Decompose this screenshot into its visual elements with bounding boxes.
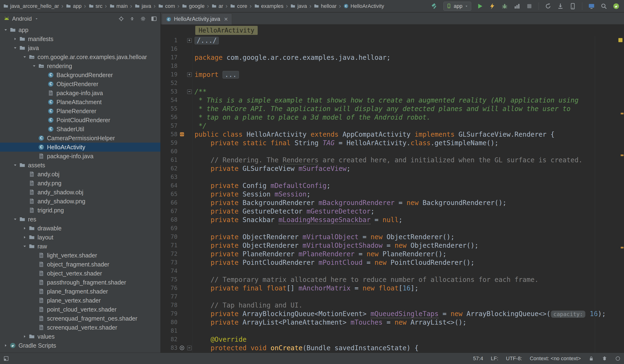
code-line-55[interactable]: 55 * the ARCore API. The application wil… bbox=[161, 104, 624, 113]
code-line-71[interactable]: 71 private ObjectRenderer mVirtualObject… bbox=[161, 241, 624, 250]
override-marker-icon[interactable] bbox=[179, 345, 185, 351]
code-line-63[interactable]: 63 bbox=[161, 173, 624, 181]
tree-item-shaderutil[interactable]: CShaderUtil bbox=[0, 125, 160, 134]
tree-item-plane-vertex-shader[interactable]: plane_vertex.shader bbox=[0, 296, 160, 305]
breadcrumb-item-com[interactable]: com bbox=[157, 3, 176, 10]
tree-item-plane-fragment-shader[interactable]: plane_fragment.shader bbox=[0, 287, 160, 296]
tree-item-com-google-ar-core-examples-java-helloar[interactable]: com.google.ar.core.examples.java.helloar bbox=[0, 52, 160, 61]
chevron-right-icon[interactable] bbox=[2, 342, 9, 349]
code-line-62[interactable]: 62 private GLSurfaceView mSurfaceView; bbox=[161, 164, 624, 173]
code-line-52[interactable]: 52 bbox=[161, 79, 624, 87]
collapse-all-icon[interactable] bbox=[129, 16, 135, 22]
code-editor[interactable]: 1+/.../1617package com.google.ar.core.ex… bbox=[161, 36, 624, 353]
tree-item-planerenderer[interactable]: CPlaneRenderer bbox=[0, 106, 160, 116]
tree-item-layout[interactable]: layout bbox=[0, 233, 160, 242]
fold-toggle-icon[interactable]: + bbox=[187, 72, 192, 77]
code-line-80[interactable]: 80 private ArrayList<PlaneAttachment> mT… bbox=[161, 318, 624, 327]
tree-item-manifests[interactable]: manifests bbox=[0, 34, 160, 43]
code-line-79[interactable]: 79 private ArrayBlockingQueue<MotionEven… bbox=[161, 310, 624, 318]
code-line-1[interactable]: 1+/.../ bbox=[161, 36, 624, 45]
caret-position[interactable]: 57:4 bbox=[473, 356, 483, 362]
chevron-down-icon[interactable] bbox=[21, 242, 28, 250]
debug-icon[interactable] bbox=[501, 3, 508, 10]
code-line-70[interactable]: 70 private ObjectRenderer mVirtualObject… bbox=[161, 233, 624, 241]
tree-item-assets[interactable]: assets bbox=[0, 161, 160, 170]
code-line-75[interactable]: 75 // Temporary matrix allocated here to… bbox=[161, 275, 624, 284]
code-line-77[interactable]: 77 bbox=[161, 292, 624, 301]
code-line-65[interactable]: 65 private Session mSession; bbox=[161, 190, 624, 198]
fold-toggle-icon[interactable]: + bbox=[187, 38, 192, 43]
code-line-74[interactable]: 74 bbox=[161, 267, 624, 275]
tree-item-trigrid-png[interactable]: trigrid.png bbox=[0, 206, 160, 215]
tree-item-object-vertex-shader[interactable]: object_vertex.shader bbox=[0, 269, 160, 278]
tree-item-camerapermissionhelper[interactable]: CCameraPermissionHelper bbox=[0, 134, 160, 143]
background-tasks-icon[interactable] bbox=[615, 356, 621, 361]
run-icon[interactable] bbox=[476, 3, 484, 10]
code-line-83[interactable]: 83− protected void onCreate(Bundle saved… bbox=[161, 344, 624, 352]
code-line-59[interactable]: 59 private static final String TAG = Hel… bbox=[161, 139, 624, 147]
close-tab-icon[interactable]: × bbox=[224, 17, 228, 22]
tree-item-java[interactable]: java bbox=[0, 43, 160, 52]
context-indicator[interactable]: Context: <no context> bbox=[530, 356, 581, 362]
tree-item-res[interactable]: res bbox=[0, 215, 160, 224]
breadcrumb-item-helloaractivity[interactable]: CHelloArActivity bbox=[343, 3, 385, 10]
code-line-58[interactable]: 58public class HelloArActivity extends A… bbox=[161, 130, 624, 139]
tree-item-raw[interactable]: raw bbox=[0, 242, 160, 251]
tree-item-screenquad-fragment-oes-shader[interactable]: screenquad_fragment_oes.shader bbox=[0, 314, 160, 323]
code-line-76[interactable]: 76 private final float[] mAnchorMatrix =… bbox=[161, 284, 624, 292]
code-line-81[interactable]: 81 bbox=[161, 327, 624, 335]
chevron-down-icon[interactable] bbox=[2, 26, 9, 34]
write-lock-icon[interactable] bbox=[588, 356, 594, 361]
code-line-60[interactable]: 60 bbox=[161, 147, 624, 156]
run-config-selector[interactable]: app bbox=[443, 2, 471, 11]
tree-item-package-info-java[interactable]: package-info.java bbox=[0, 88, 160, 98]
code-line-61[interactable]: 61 // Rendering. The Renderers are creat… bbox=[161, 156, 624, 164]
build-hammer-icon[interactable] bbox=[431, 3, 438, 10]
tree-item-package-info-java[interactable]: package-info.java bbox=[0, 152, 160, 161]
breadcrumb-item-main[interactable]: main bbox=[109, 3, 129, 10]
code-line-18[interactable]: 18 bbox=[161, 62, 624, 70]
breadcrumb-item-src[interactable]: src bbox=[88, 3, 103, 10]
tree-item-object-fragment-shader[interactable]: object_fragment.shader bbox=[0, 260, 160, 269]
code-line-16[interactable]: 16 bbox=[161, 45, 624, 53]
chevron-right-icon[interactable] bbox=[11, 35, 19, 43]
code-line-53[interactable]: 53−/** bbox=[161, 87, 624, 96]
highlighting-level-icon[interactable] bbox=[602, 356, 607, 361]
chevron-right-icon[interactable] bbox=[21, 333, 28, 340]
code-line-66[interactable]: 66 private BackgroundRenderer mBackgroun… bbox=[161, 198, 624, 207]
breadcrumb-item-helloar[interactable]: helloar bbox=[313, 3, 337, 10]
tree-item-pointcloudrenderer[interactable]: CPointCloudRenderer bbox=[0, 116, 160, 125]
code-line-72[interactable]: 72 private PlaneRenderer mPlaneRenderer … bbox=[161, 250, 624, 258]
tree-item-screenquad-vertex-shader[interactable]: screenquad_vertex.shader bbox=[0, 323, 160, 332]
breadcrumb-item-core[interactable]: core bbox=[229, 3, 248, 10]
code-line-68[interactable]: 68 private Snackbar mLoadingMessageSnack… bbox=[161, 215, 624, 224]
chevron-down-icon[interactable] bbox=[21, 53, 28, 61]
code-line-67[interactable]: 67 private GestureDetector mGestureDetec… bbox=[161, 207, 624, 215]
chevron-right-icon[interactable] bbox=[21, 234, 28, 241]
search-everywhere-icon[interactable] bbox=[600, 3, 607, 10]
hide-panel-icon[interactable] bbox=[151, 16, 157, 22]
code-line-64[interactable]: 64 private Config mDefaultConfig; bbox=[161, 181, 624, 190]
inspection-status-icon[interactable] bbox=[618, 38, 623, 42]
profile-icon[interactable] bbox=[513, 3, 520, 10]
avd-manager-icon[interactable] bbox=[569, 3, 576, 10]
tree-item-drawable[interactable]: drawable bbox=[0, 224, 160, 233]
chevron-down-icon[interactable] bbox=[11, 44, 19, 52]
tree-item-planeattachment[interactable]: CPlaneAttachment bbox=[0, 98, 160, 106]
code-line-82[interactable]: 82 @Override bbox=[161, 335, 624, 344]
tree-item-values[interactable]: values bbox=[0, 332, 160, 341]
sync-project-icon[interactable] bbox=[545, 3, 552, 10]
encoding-indicator[interactable]: UTF-8: bbox=[506, 356, 522, 362]
tree-item-andy-shadow-png[interactable]: andy_shadow.png bbox=[0, 197, 160, 206]
tree-item-passthrough-fragment-shader[interactable]: passthrough_fragment.shader bbox=[0, 278, 160, 287]
tree-item-andy-obj[interactable]: andy.obj bbox=[0, 170, 160, 179]
chevron-right-icon[interactable] bbox=[21, 225, 28, 232]
settings-gear-icon[interactable] bbox=[140, 16, 146, 22]
chevron-down-icon[interactable] bbox=[30, 62, 38, 70]
tree-item-gradle-scripts[interactable]: Gradle Scripts bbox=[0, 341, 160, 350]
code-line-17[interactable]: 17package com.google.ar.core.examples.ja… bbox=[161, 53, 624, 62]
fold-toggle-icon[interactable]: − bbox=[187, 89, 192, 94]
warning-stripe-mark[interactable] bbox=[621, 113, 624, 114]
code-line-73[interactable]: 73 private PointCloudRenderer mPointClou… bbox=[161, 258, 624, 267]
code-line-78[interactable]: 78 // Tap handling and UI. bbox=[161, 301, 624, 310]
